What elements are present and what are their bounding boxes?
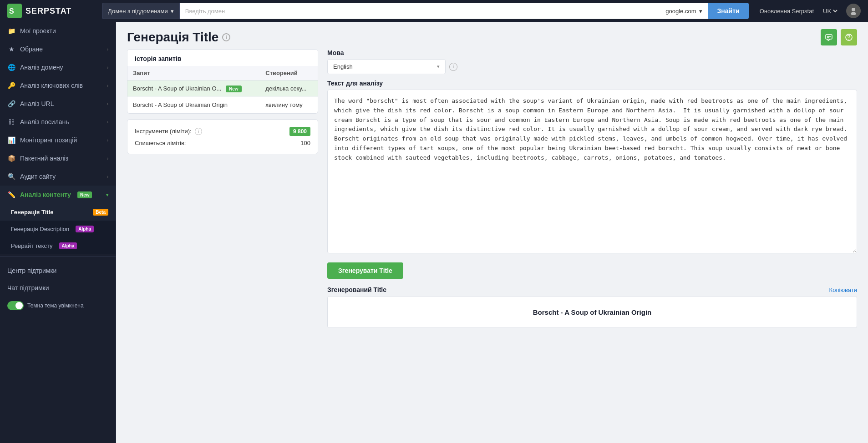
text-section-label: Текст для аналізу bbox=[327, 80, 857, 87]
spend-limit-row: Спишеться лімітів: 100 bbox=[135, 140, 310, 146]
left-panel: Історія запитів Запит Створений Borsch bbox=[127, 49, 318, 328]
chevron-right-icon: › bbox=[107, 65, 108, 70]
update-text: Оновлення Serpstat bbox=[760, 8, 814, 15]
package-icon: 📦 bbox=[7, 154, 15, 162]
generated-result-box: Borscht - A Soup of Ukrainian Origin bbox=[327, 296, 857, 328]
dark-mode-toggle[interactable] bbox=[7, 301, 24, 310]
sidebar-item-content-analysis[interactable]: ✏️ Аналіз контенту New ▾ bbox=[0, 186, 116, 204]
spend-limit-value: 100 bbox=[300, 140, 310, 146]
topbar: S SERPSTAT Домен з піддоменами ▾ google.… bbox=[0, 0, 868, 22]
language-select[interactable]: UK EN bbox=[821, 7, 839, 15]
key-icon: 🔑 bbox=[7, 81, 15, 90]
lang-section: Мова English ▾ i bbox=[327, 49, 857, 74]
topbar-right: Оновлення Serpstat UK EN bbox=[760, 4, 861, 18]
generated-header: Згенерований Title Копіювати bbox=[327, 286, 857, 293]
sidebar-item-text-rewrite[interactable]: Реврайт тексту Alpha bbox=[0, 237, 116, 254]
chevron-right-icon: › bbox=[107, 138, 108, 143]
svg-rect-4 bbox=[826, 35, 832, 39]
user-avatar[interactable] bbox=[846, 4, 861, 18]
sidebar-item-domain-analysis[interactable]: 🌐 Аналіз домену › bbox=[0, 58, 116, 76]
chevron-down-icon: ▾ bbox=[171, 8, 174, 15]
domain-type-select[interactable]: Домен з піддоменами ▾ bbox=[102, 3, 180, 19]
generated-label: Згенерований Title bbox=[327, 286, 386, 293]
chevron-down-icon: ▾ bbox=[106, 192, 108, 197]
table-cell-query: Borscht - A Soup of Ukrainian Origin bbox=[127, 97, 260, 113]
table-row[interactable]: Borscht - A Soup of Ukrainian O... New д… bbox=[127, 81, 318, 97]
feedback-button[interactable] bbox=[821, 29, 837, 45]
svg-text:S: S bbox=[9, 7, 14, 15]
table-cell-created: декілька секу... bbox=[260, 81, 318, 97]
sidebar-item-description-generation[interactable]: Генерація Description Alpha bbox=[0, 221, 116, 237]
star-icon: ★ bbox=[7, 45, 15, 53]
tools-limit-label: Інструменти (ліміти): i bbox=[135, 128, 202, 136]
page-title-info-icon[interactable]: i bbox=[222, 33, 230, 41]
dark-mode-toggle-row: Темна тема увімкнена bbox=[0, 297, 116, 315]
tools-limit-info-icon[interactable]: i bbox=[195, 128, 202, 135]
language-dropdown[interactable]: English ▾ bbox=[327, 59, 446, 74]
chevron-down-icon: ▾ bbox=[699, 8, 702, 15]
link-icon: 🔗 bbox=[7, 100, 15, 108]
folder-icon: 📁 bbox=[7, 27, 15, 35]
sidebar-item-keyword-analysis[interactable]: 🔑 Аналіз ключових слів › bbox=[0, 76, 116, 95]
col-created: Створений bbox=[260, 66, 318, 81]
domain-input[interactable] bbox=[180, 3, 660, 19]
content-body: Історія запитів Запит Створений Borsch bbox=[116, 49, 868, 339]
lang-info-icon[interactable]: i bbox=[449, 63, 457, 71]
generated-result-text: Borscht - A Soup of Ukrainian Origin bbox=[533, 308, 652, 316]
generate-title-button[interactable]: Згенерувати Title bbox=[327, 262, 403, 279]
pencil-icon: ✏️ bbox=[7, 191, 15, 199]
sidebar-item-title-generation[interactable]: Генерація Title Beta bbox=[0, 204, 116, 221]
table-cell-created: хвилину тому bbox=[260, 97, 318, 113]
limits-section: Інструменти (ліміти): i 9 800 Спишеться … bbox=[127, 119, 318, 154]
help-button[interactable] bbox=[841, 29, 857, 45]
content-area: Генерація Title i Історія запитів bbox=[116, 22, 868, 443]
sidebar-item-url-analysis[interactable]: 🔗 Аналіз URL › bbox=[0, 95, 116, 113]
search-area: Домен з піддоменами ▾ google.com ▾ Знайт… bbox=[102, 3, 749, 19]
tools-limit-row: Інструменти (ліміти): i 9 800 bbox=[135, 127, 310, 136]
alpha-badge-2: Alpha bbox=[59, 242, 77, 249]
sidebar-item-favorites[interactable]: ★ Обране › bbox=[0, 40, 116, 58]
sidebar-divider bbox=[0, 256, 116, 257]
table-row[interactable]: Borscht - A Soup of Ukrainian Origin хви… bbox=[127, 97, 318, 113]
svg-point-2 bbox=[852, 8, 855, 11]
history-label: Історія запитів bbox=[127, 50, 318, 66]
alpha-badge: Alpha bbox=[76, 226, 94, 232]
row-new-badge: New bbox=[226, 86, 242, 92]
sidebar-item-support-center[interactable]: Центр підтримки bbox=[0, 262, 116, 279]
text-input[interactable]: The word "borscht" is most often associa… bbox=[327, 90, 857, 253]
sidebar-item-package-analysis[interactable]: 📦 Пакетний аналіз › bbox=[0, 149, 116, 167]
chevron-right-icon: › bbox=[107, 174, 108, 179]
col-query: Запит bbox=[127, 66, 260, 81]
sidebar-item-backlink-analysis[interactable]: ⛓ Аналіз посилань › bbox=[0, 113, 116, 131]
search-engine-select[interactable]: google.com ▾ bbox=[660, 3, 708, 19]
audit-icon: 🔍 bbox=[7, 172, 15, 181]
chevron-right-icon: › bbox=[107, 83, 108, 88]
svg-point-6 bbox=[848, 39, 849, 40]
content-submenu: Генерація Title Beta Генерація Descripti… bbox=[0, 204, 116, 254]
header-actions bbox=[821, 29, 857, 45]
chain-icon: ⛓ bbox=[7, 118, 15, 126]
new-badge: New bbox=[77, 191, 92, 198]
history-section: Історія запитів Запит Створений Borsch bbox=[127, 49, 318, 114]
find-button[interactable]: Знайти bbox=[708, 3, 749, 19]
main-layout: 📁 Мої проекти ★ Обране › 🌐 Аналіз домену… bbox=[0, 22, 868, 443]
sidebar-item-my-projects[interactable]: 📁 Мої проекти bbox=[0, 22, 116, 40]
chart-icon: 📊 bbox=[7, 136, 15, 144]
chevron-down-icon: ▾ bbox=[437, 64, 440, 70]
sidebar-item-site-audit[interactable]: 🔍 Аудит сайту › bbox=[0, 167, 116, 186]
lang-section-label: Мова bbox=[327, 49, 857, 56]
globe-icon: 🌐 bbox=[7, 63, 15, 71]
chevron-right-icon: › bbox=[107, 101, 108, 106]
spend-limit-label: Спишеться лімітів: bbox=[135, 140, 186, 146]
logo-text: SERPSTAT bbox=[25, 6, 71, 16]
copy-button[interactable]: Копіювати bbox=[829, 287, 857, 293]
beta-badge: Beta bbox=[93, 209, 108, 216]
chevron-right-icon: › bbox=[107, 156, 108, 161]
tools-limit-value: 9 800 bbox=[289, 127, 310, 136]
sidebar-item-support-chat[interactable]: Чат підтримки bbox=[0, 279, 116, 297]
sidebar-bottom: Центр підтримки Чат підтримки Темна тема… bbox=[0, 258, 116, 318]
sidebar-item-rank-monitoring[interactable]: 📊 Моніторинг позицій › bbox=[0, 131, 116, 149]
generated-section: Згенерований Title Копіювати Borscht - A… bbox=[327, 286, 857, 328]
dark-mode-label: Темна тема увімкнена bbox=[27, 302, 84, 309]
chevron-right-icon: › bbox=[107, 47, 108, 52]
